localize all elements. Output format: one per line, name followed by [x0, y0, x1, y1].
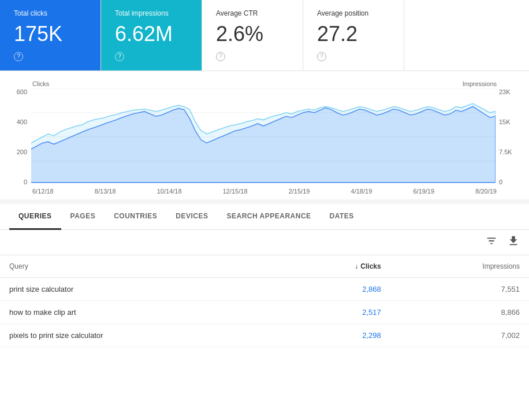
cell-clicks: 2,517: [280, 301, 390, 324]
average-position-metric: Average position 27.2 ?: [303, 0, 404, 70]
y-axis-left: 600 400 200 0: [9, 88, 29, 185]
average-ctr-metric: Average CTR 2.6% ?: [202, 0, 303, 70]
cell-clicks: 2,868: [280, 278, 390, 301]
total-impressions-label: Total impressions: [115, 9, 188, 17]
cell-impressions: 8,866: [390, 301, 529, 324]
table-row: how to make clip art2,5178,866: [0, 301, 529, 324]
y-axis-left-label: Clicks: [32, 80, 49, 87]
table-header-row: Query ↓Clicks Impressions: [0, 255, 529, 278]
chart-svg: [31, 88, 496, 185]
x-label-3: 12/15/18: [223, 188, 248, 195]
total-impressions-value: 6.62M: [115, 22, 188, 46]
y-left-200: 200: [9, 148, 27, 155]
cell-impressions: 7,551: [390, 278, 529, 301]
total-impressions-help-icon[interactable]: ?: [115, 52, 124, 61]
y-axis-right-label: Impressions: [463, 80, 497, 87]
tab-pages[interactable]: PAGES: [61, 204, 105, 230]
x-label-0: 6/12/18: [32, 188, 54, 195]
sort-arrow-icon: ↓: [355, 262, 358, 270]
total-clicks-metric: Total clicks 175K ?: [0, 0, 101, 70]
cell-query: print size calculator: [0, 278, 280, 301]
data-table: Query ↓Clicks Impressions print size cal…: [0, 255, 529, 347]
col-impressions: Impressions: [390, 255, 529, 278]
average-ctr-value: 2.6%: [216, 22, 289, 46]
x-label-5: 4/18/19: [351, 188, 372, 195]
tab-devices[interactable]: DEVICES: [166, 204, 217, 230]
x-label-6: 6/19/19: [413, 188, 434, 195]
average-ctr-help-icon[interactable]: ?: [216, 52, 225, 61]
y-right-23k: 23K: [499, 88, 520, 95]
table-row: print size calculator2,8687,551: [0, 278, 529, 301]
average-ctr-label: Average CTR: [216, 9, 289, 17]
download-icon[interactable]: [507, 235, 520, 250]
tab-countries[interactable]: COUNTRIES: [105, 204, 166, 230]
x-label-1: 8/13/18: [95, 188, 116, 195]
x-label-7: 8/20/19: [475, 188, 497, 195]
total-clicks-value: 175K: [14, 22, 87, 46]
cell-clicks: 2,298: [280, 324, 390, 347]
y-left-0: 0: [9, 179, 27, 185]
total-clicks-help-icon[interactable]: ?: [14, 52, 23, 61]
table-toolbar: [0, 230, 529, 255]
y-right-15k: 15K: [499, 118, 520, 125]
x-axis-labels: 6/12/18 8/13/18 10/14/18 12/15/18 2/15/1…: [32, 188, 497, 195]
cell-query: pixels to print size calculator: [0, 324, 280, 347]
tabs-bar: QUERIES PAGES COUNTRIES DEVICES SEARCH A…: [0, 204, 529, 230]
average-position-label: Average position: [317, 9, 390, 17]
tab-search-appearance[interactable]: SEARCH APPEARANCE: [218, 204, 321, 230]
average-position-help-icon[interactable]: ?: [317, 52, 326, 61]
table-row: pixels to print size calculator2,2987,00…: [0, 324, 529, 347]
y-right-7k: 7.5K: [499, 148, 520, 155]
metrics-bar: Total clicks 175K ? Total impressions 6.…: [0, 0, 529, 71]
col-clicks[interactable]: ↓Clicks: [280, 255, 390, 278]
total-impressions-metric: Total impressions 6.62M ?: [101, 0, 202, 70]
y-right-0: 0: [499, 179, 520, 185]
tab-queries[interactable]: QUERIES: [9, 204, 61, 230]
y-axis-right: 23K 15K 7.5K 0: [497, 88, 520, 185]
filter-icon[interactable]: [485, 235, 498, 250]
x-label-4: 2/15/19: [289, 188, 310, 195]
x-label-2: 10/14/18: [157, 188, 182, 195]
cell-impressions: 7,002: [390, 324, 529, 347]
chart-area: Clicks Impressions 600 400 200 0 23K 15K…: [0, 71, 529, 204]
col-query: Query: [0, 255, 280, 278]
tab-dates[interactable]: DATES: [321, 204, 363, 230]
y-left-400: 400: [9, 118, 27, 125]
average-position-value: 27.2: [317, 22, 390, 46]
cell-query: how to make clip art: [0, 301, 280, 324]
y-left-600: 600: [9, 88, 27, 95]
total-clicks-label: Total clicks: [14, 9, 87, 17]
